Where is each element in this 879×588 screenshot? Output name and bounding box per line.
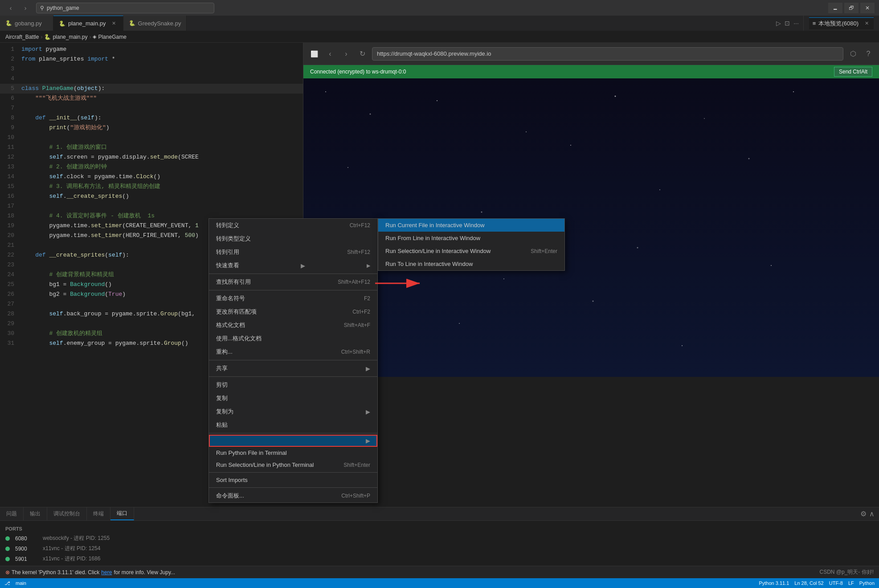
svg-point-7 [348, 167, 348, 168]
back-button[interactable]: ‹ [4, 3, 17, 13]
tab-icon-snake: 🐍 [129, 20, 135, 26]
python-version[interactable]: Python 3.11.1 [759, 580, 789, 586]
address-text: https://drumqt-waqkxl-6080.preview.myide… [377, 50, 491, 57]
chevron-up-icon[interactable]: ∧ [869, 510, 875, 518]
panel-tab-ports[interactable]: 端口 [110, 507, 134, 520]
split-icon[interactable]: ⊡ [785, 20, 790, 27]
submenu-item-run-to[interactable]: Run To Line in Interactive Window [378, 257, 564, 270]
tab-plane-main[interactable]: 🐍 plane_main.py ✕ [53, 16, 123, 31]
submenu-item-run-selection[interactable]: Run Selection/Line in Interactive Window… [378, 245, 564, 257]
menu-item-find-refs[interactable]: 查找所有引用 Shift+Alt+F12 [209, 275, 377, 289]
panel-tab-output[interactable]: 输出 [24, 507, 47, 520]
menu-label: 命令面板... [216, 492, 244, 500]
tab-close-plane[interactable]: ✕ [110, 20, 118, 27]
panel-tab-problems[interactable]: 问题 [0, 507, 24, 520]
panel-tab-debug[interactable]: 调试控制台 [47, 507, 87, 520]
menu-item-cut[interactable]: 剪切 [209, 378, 377, 392]
port-status-dot [5, 557, 10, 561]
code-line: 15 # 3. 调用私有方法, 精灵和精灵组的创建 [0, 182, 303, 192]
breadcrumb-file[interactable]: 🐍 plane_main.py [44, 34, 87, 40]
menu-label: 复制 [216, 394, 228, 402]
code-line: 1import pygame [0, 45, 303, 54]
minimize-button[interactable]: 🗕 [828, 3, 842, 13]
tab-label-snake: GreedySnake.py [138, 20, 181, 27]
tab-preview[interactable]: ≡ 本地预览(6080) ✕ [809, 17, 874, 29]
menu-label: Run Selection/Line in Python Terminal [216, 461, 314, 468]
eol: LF [848, 580, 854, 586]
menu-item-refactor[interactable]: 重构... Ctrl+Shift+R [209, 345, 377, 359]
code-line: 9 print("游戏初始化") [0, 123, 303, 133]
menu-item-paste[interactable]: 粘贴 [209, 418, 377, 432]
svg-point-18 [682, 345, 683, 346]
menu-shortcut: Shift+Enter [343, 462, 370, 468]
menu-item-goto-type[interactable]: 转到类型定义 [209, 232, 377, 245]
menu-item-copy[interactable]: 复制 [209, 392, 377, 405]
menu-item-sort-imports[interactable]: Sort Imports [209, 474, 377, 486]
code-line: 14 self.clock = pygame.time.Clock() [0, 172, 303, 182]
menu-item-copy-as[interactable]: 复制为 ▶ [209, 405, 377, 418]
menu-item-share[interactable]: 共享 ▶ [209, 362, 377, 375]
title-bar: ‹ › ⚲ python_game 🗕 🗗 ✕ [0, 0, 879, 16]
more-icon[interactable]: ··· [793, 20, 799, 27]
run-icon[interactable]: ▷ [776, 20, 781, 27]
submenu-item-run-from[interactable]: Run From Line in Interactive Window [378, 232, 564, 245]
new-tab-button[interactable]: ⬜ [308, 48, 320, 60]
search-bar[interactable]: ⚲ python_game [36, 3, 214, 13]
forward-button[interactable]: › [19, 3, 32, 13]
preview-tab-icon: ≡ [813, 20, 816, 27]
tab-gobang[interactable]: 🐍 gobang.py [0, 16, 53, 31]
breadcrumb-class[interactable]: ◈ PlaneGame [93, 34, 126, 40]
submenu-arrow: ▶ [366, 437, 370, 444]
menu-label: 快速查看 [216, 261, 239, 270]
menu-shortcut: Ctrl+F2 [352, 309, 370, 315]
ports-header: PORTS [5, 524, 874, 533]
menu-item-run-interactive[interactable]: ▶ [209, 435, 377, 447]
menu-label: Run Python File in Terminal [216, 449, 287, 456]
menu-item-change-all[interactable]: 更改所有匹配项 Ctrl+F2 [209, 305, 377, 318]
menu-separator [209, 472, 377, 473]
menu-shortcut: Ctrl+F12 [350, 222, 370, 229]
language-mode[interactable]: Python [859, 580, 875, 586]
address-bar[interactable]: https://drumqt-waqkxl-6080.preview.myide… [372, 47, 843, 61]
submenu-item-run-current[interactable]: Run Current File in Interactive Window [378, 219, 564, 232]
open-external-button[interactable]: ⬡ [847, 48, 859, 60]
menu-item-goto-def[interactable]: 转到定义 Ctrl+F12 [209, 219, 377, 232]
svg-point-9 [570, 145, 571, 146]
menu-item-goto-ref[interactable]: 转到引用 Shift+F12 [209, 245, 377, 259]
close-button[interactable]: ✕ [860, 3, 875, 13]
menu-item-format-doc[interactable]: 格式化文档 Shift+Alt+F [209, 318, 377, 332]
send-ctrl-alt-button[interactable]: Send CtrlAlt [834, 67, 872, 77]
submenu-label: Run Current File in Interactive Window [385, 222, 485, 229]
menu-item-command-palette[interactable]: 命令面板... Ctrl+Shift+P [209, 489, 377, 502]
code-line: 6 """飞机大战主游戏""" [0, 94, 303, 103]
maximize-button[interactable]: 🗗 [844, 3, 859, 13]
port-description: websockify - 进程 PID: 1255 [43, 535, 110, 542]
menu-item-run-selection[interactable]: Run Selection/Line in Python Terminal Sh… [209, 459, 377, 471]
svg-point-4 [615, 96, 616, 97]
error-link[interactable]: here [101, 569, 112, 576]
submenu-label: Run To Line in Interactive Window [385, 261, 473, 267]
menu-item-peek[interactable]: 快速查看 ▶ [209, 259, 377, 272]
svg-point-1 [370, 114, 371, 115]
browser-refresh-button[interactable]: ↻ [356, 48, 368, 60]
preview-tab-close[interactable]: ✕ [863, 20, 870, 27]
menu-item-rename[interactable]: 重命名符号 F2 [209, 292, 377, 305]
browser-back-button[interactable]: ‹ [324, 48, 336, 60]
menu-separator [209, 376, 377, 377]
branch-name: main [16, 580, 26, 586]
panel-tab-terminal[interactable]: 终端 [87, 507, 110, 520]
menu-item-format-with[interactable]: 使用...格式化文档 [209, 332, 377, 345]
port-status-dot [5, 547, 10, 551]
nav-buttons: ‹ › [4, 3, 32, 13]
breadcrumb-sep1: › [41, 34, 42, 40]
menu-label: 粘贴 [216, 421, 228, 429]
breadcrumb-aircraft[interactable]: Aircraft_Battle [5, 34, 39, 40]
menu-separator [209, 433, 377, 433]
settings-icon[interactable]: ⚙ [860, 510, 867, 518]
menu-item-run-python[interactable]: Run Python File in Terminal [209, 447, 377, 459]
connection-bar: Connected (encrypted) to ws-drumqt-0:0 S… [303, 65, 879, 78]
browser-forward-button[interactable]: › [340, 48, 352, 60]
svg-point-3 [526, 131, 527, 132]
tab-greedy-snake[interactable]: 🐍 GreedySnake.py [123, 16, 187, 31]
browser-info-button[interactable]: ? [862, 48, 875, 60]
